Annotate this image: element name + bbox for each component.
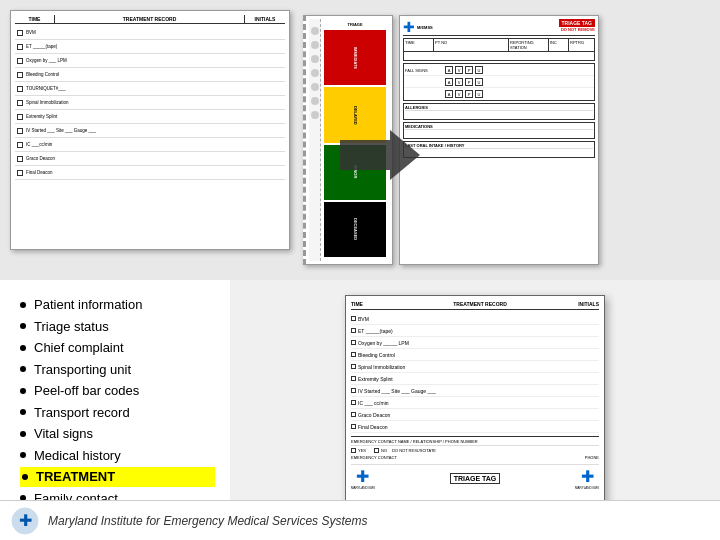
checkbox — [17, 100, 23, 106]
checkbox — [17, 156, 23, 162]
list-item-medical: Medical history — [20, 446, 215, 466]
top-section: TIME TREATMENT RECORD INITIALS BVM ET __… — [0, 0, 720, 280]
checkbox — [17, 72, 23, 78]
arrow-indicator — [340, 130, 420, 184]
form-row-extremity: Extremity Splint — [15, 110, 285, 124]
miemss-label: M/EMSS — [417, 25, 433, 30]
form-row-et: ET _____(tape) — [15, 40, 285, 54]
form-row-spinal: Spinal Immobilization — [15, 96, 285, 110]
checkbox — [17, 44, 23, 50]
list-item-triage: Triage status — [20, 317, 215, 337]
enlarged-row-final: Final Deacon — [351, 421, 599, 433]
list-item-transport: Transport record — [20, 403, 215, 423]
avpu-a: A — [445, 66, 453, 74]
enlarged-row-oxygen: Oxygen by _____ LPM — [351, 337, 599, 349]
triage-tag-header-label: TRIAGE TAG — [559, 19, 595, 27]
enlarged-header: TIME TREATMENT RECORD INITIALS — [351, 301, 599, 310]
triage-tag-subheader: DO NOT REMOVE — [559, 27, 595, 32]
checkbox — [17, 114, 23, 120]
triage-tag-main: ✚ M/EMSS TRIAGE TAG DO NOT REMOVE TIME P — [399, 15, 599, 265]
checkbox — [17, 128, 23, 134]
miemss-logo: ✚ — [10, 506, 40, 536]
enlarged-row-bleeding: Bleeding Control — [351, 349, 599, 361]
avpu-v: V — [455, 66, 463, 74]
list-item-peel-off: Peel-off bar codes — [20, 381, 215, 401]
list-item-treatment: TREATMENT — [20, 467, 215, 487]
list-item-patient: Patient information — [20, 295, 215, 315]
form-row-graco: Graco Deacon — [15, 152, 285, 166]
form-row-oxygen: Oxygen by ___ LPM — [15, 54, 285, 68]
list-item-vital: Vital signs — [20, 424, 215, 444]
footer: ✚ Maryland Institute for Emergency Medic… — [0, 500, 720, 540]
avpu-p: P — [465, 66, 473, 74]
list-item-transporting: Transporting unit — [20, 360, 215, 380]
form-row-iv: IV Started ___ Site ___ Gauge ___ — [15, 124, 285, 138]
enlarged-treatment-doc: TIME TREATMENT RECORD INITIALS BVM ET __… — [345, 295, 605, 525]
form-row-bleeding: Bleeding Control — [15, 68, 285, 82]
checkbox — [17, 170, 23, 176]
checkbox — [17, 142, 23, 148]
enlarged-initials-header: INITIALS — [564, 301, 599, 307]
footer-text: Maryland Institute for Emergency Medical… — [48, 514, 367, 528]
enlarged-row-iv: IV Started ___ Site ___ Gauge ___ — [351, 385, 599, 397]
checkbox — [17, 86, 23, 92]
col-treatment: TREATMENT RECORD — [55, 15, 245, 23]
svg-text:✚: ✚ — [19, 512, 32, 529]
checkbox — [17, 58, 23, 64]
form-row-tourniquet: TOURNIQUET#___ — [15, 82, 285, 96]
enlarged-row-graco: Graco Deacon — [351, 409, 599, 421]
main-container: TIME TREATMENT RECORD INITIALS BVM ET __… — [0, 0, 720, 540]
form-row-ic: IC ___cc/min — [15, 138, 285, 152]
enlarged-time-header: TIME — [351, 301, 396, 307]
enlarged-row-extrem: Extremity Splint — [351, 373, 599, 385]
enlarged-row-spinal: Spinal Immobilization — [351, 361, 599, 373]
svg-marker-0 — [340, 130, 420, 180]
bullet-dot — [20, 302, 26, 308]
checkbox — [17, 30, 23, 36]
list-item-chief: Chief complaint — [20, 338, 215, 358]
enlarged-row-bvm: BVM — [351, 313, 599, 325]
doc-treatment-record-left: TIME TREATMENT RECORD INITIALS BVM ET __… — [10, 10, 290, 250]
enlarged-treatment-header: TREATMENT RECORD — [396, 301, 564, 307]
form-row-bvm: BVM — [15, 26, 285, 40]
col-time: TIME — [15, 15, 55, 23]
enlarged-row-ic: IC ___ cc/min — [351, 397, 599, 409]
enlarged-row-et: ET _____(tape) — [351, 325, 599, 337]
col-initials: INITIALS — [245, 15, 285, 23]
avpu-u: U — [475, 66, 483, 74]
form-row-final: Final Deacon — [15, 166, 285, 180]
